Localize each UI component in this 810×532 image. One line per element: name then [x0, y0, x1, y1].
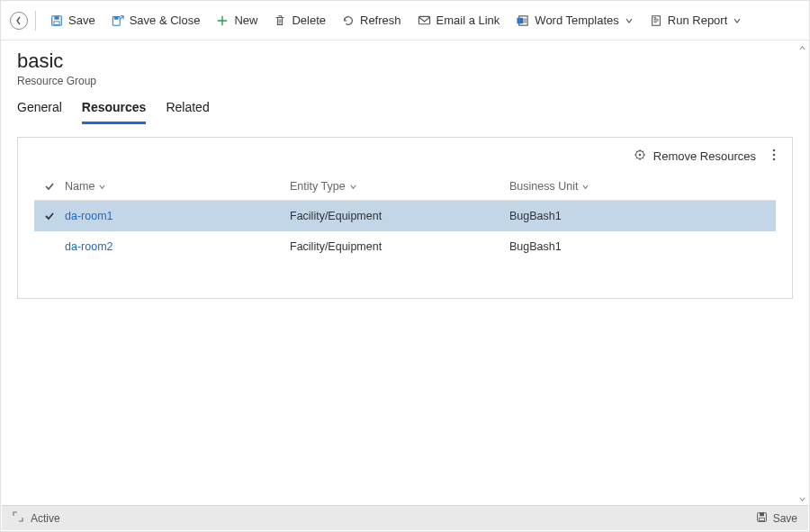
word-templates-label: Word Templates	[535, 14, 618, 27]
column-header-business-unit[interactable]: Business Unit	[509, 180, 590, 193]
table-row[interactable]: da-room2 Facility/Equipment BugBash1	[34, 231, 776, 262]
refresh-button[interactable]: Refresh	[335, 10, 409, 31]
save-icon	[50, 14, 63, 27]
column-header-name-label: Name	[65, 180, 94, 193]
svg-rect-9	[653, 17, 656, 18]
row-checkbox[interactable]	[34, 211, 65, 221]
scroll-up-icon	[796, 42, 807, 53]
save-label: Save	[68, 14, 95, 27]
new-label: New	[234, 14, 257, 27]
resource-name-link[interactable]: da-room2	[65, 240, 113, 253]
save-close-icon	[112, 14, 124, 27]
svg-rect-1	[54, 16, 58, 20]
resources-grid: Name Entity Type Business Unit da-room1 …	[18, 173, 792, 298]
footer-save-button[interactable]: Save	[756, 511, 797, 526]
chevron-down-icon	[733, 16, 742, 25]
email-icon	[418, 14, 431, 27]
svg-rect-4	[114, 17, 118, 20]
plus-icon	[216, 14, 229, 27]
chevron-down-icon	[349, 183, 357, 191]
chevron-down-icon	[581, 183, 590, 191]
table-row[interactable]: da-room1 Facility/Equipment BugBash1	[34, 201, 776, 231]
resource-name-link[interactable]: da-room1	[65, 210, 113, 222]
save-close-button[interactable]: Save & Close	[104, 10, 208, 31]
remove-resources-button[interactable]: Remove Resources	[634, 149, 756, 164]
svg-point-13	[773, 154, 776, 157]
word-templates-button[interactable]: Word Templates	[508, 10, 640, 31]
remove-resources-label: Remove Resources	[653, 149, 756, 163]
record-status-label: Active	[31, 512, 60, 525]
expand-icon[interactable]	[13, 511, 23, 525]
resource-entity-type: Facility/Equipment	[290, 210, 509, 222]
row-checkbox[interactable]	[34, 241, 65, 252]
resources-panel: Remove Resources Name Entity Type Busine…	[17, 137, 793, 299]
refresh-icon	[342, 14, 355, 27]
save-close-label: Save & Close	[130, 14, 201, 27]
resource-business-unit: BugBash1	[509, 240, 776, 253]
column-header-bu-label: Business Unit	[509, 180, 578, 193]
resource-entity-type: Facility/Equipment	[290, 240, 509, 253]
footer-save-label: Save	[773, 512, 797, 525]
report-icon	[650, 14, 662, 27]
svg-rect-5	[418, 16, 429, 23]
record-header: basic Resource Group	[1, 41, 809, 87]
word-icon	[516, 14, 529, 27]
new-button[interactable]: New	[209, 10, 265, 31]
scroll-down-icon	[796, 493, 807, 504]
panel-toolbar: Remove Resources	[18, 138, 792, 173]
record-subtitle: Resource Group	[17, 75, 793, 87]
record-title: basic	[17, 50, 793, 73]
save-icon	[756, 511, 768, 526]
tab-related[interactable]: Related	[166, 100, 209, 124]
back-button[interactable]	[10, 12, 28, 30]
svg-rect-17	[759, 518, 764, 520]
command-bar: Save Save & Close New Delete Refresh	[1, 1, 809, 41]
column-header-entity-type[interactable]: Entity Type	[290, 180, 357, 193]
svg-rect-2	[54, 21, 59, 24]
refresh-label: Refresh	[360, 14, 401, 27]
resource-business-unit: BugBash1	[509, 210, 776, 222]
svg-point-14	[773, 158, 776, 161]
delete-button[interactable]: Delete	[266, 10, 333, 31]
svg-point-11	[639, 154, 642, 157]
tab-resources[interactable]: Resources	[82, 100, 147, 124]
status-bar: Active Save	[2, 505, 808, 530]
chevron-down-icon	[625, 16, 634, 25]
select-all-checkbox[interactable]	[34, 181, 65, 192]
run-report-label: Run Report	[668, 14, 727, 27]
svg-rect-16	[760, 513, 764, 516]
chevron-down-icon	[98, 183, 106, 191]
svg-point-12	[773, 149, 776, 152]
trash-icon	[274, 14, 286, 27]
tab-general[interactable]: General	[17, 100, 62, 124]
delete-label: Delete	[292, 14, 326, 27]
column-header-entity-label: Entity Type	[290, 180, 346, 193]
separator	[35, 11, 36, 31]
column-header-name[interactable]: Name	[65, 180, 106, 193]
more-commands-button[interactable]	[769, 147, 779, 166]
email-link-label: Email a Link	[436, 14, 500, 27]
save-button[interactable]: Save	[43, 10, 103, 31]
gear-remove-icon	[634, 149, 646, 164]
tab-list: General Resources Related	[1, 87, 809, 124]
vertical-scrollbar[interactable]	[796, 42, 807, 504]
run-report-button[interactable]: Run Report	[643, 10, 749, 31]
grid-header-row: Name Entity Type Business Unit	[34, 173, 776, 201]
email-link-button[interactable]: Email a Link	[410, 10, 508, 31]
